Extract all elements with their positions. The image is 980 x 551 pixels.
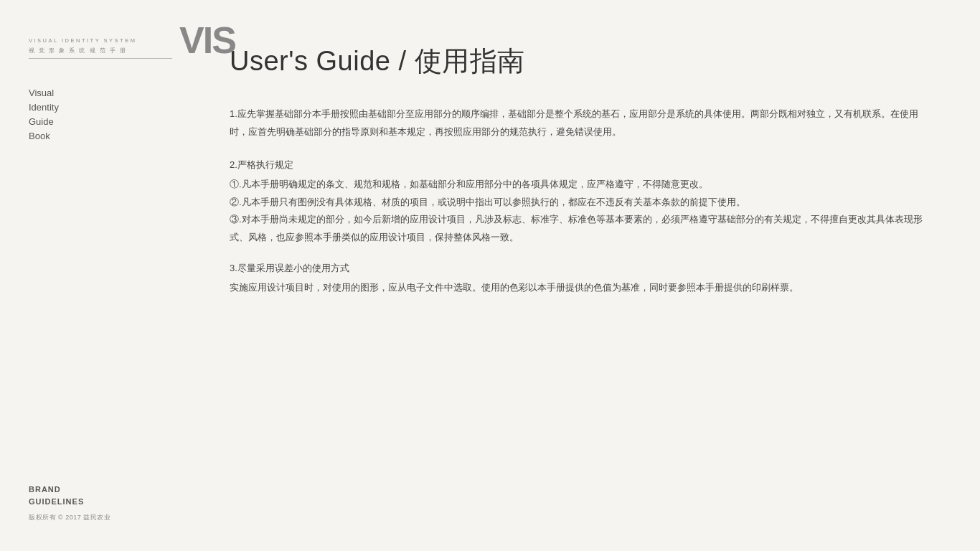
page-container: VISUAL IDENTITY SYSTEM 视 觉 形 象 系 统 规 范 手… [0, 0, 980, 551]
subtitle-cn: 视 觉 形 象 系 统 规 范 手 册 [29, 47, 172, 55]
brand-guidelines: BRAND GUIDELINES [29, 484, 151, 507]
header-row: VISUAL IDENTITY SYSTEM 视 觉 形 象 系 统 规 范 手… [29, 22, 151, 59]
paragraph-2: 2.严格执行规定 ①.凡本手册明确规定的条文、规范和规格，如基础部分和应用部分中… [230, 156, 923, 246]
header-divider [29, 58, 172, 59]
sidebar-nav-visual[interactable]: Visual [29, 86, 151, 100]
subtitle-en: VISUAL IDENTITY SYSTEM [29, 37, 172, 45]
sidebar-bottom: BRAND GUIDELINES 版权所有 © 2017 益民农业 [29, 484, 151, 522]
sidebar-top: VISUAL IDENTITY SYSTEM 视 觉 形 象 系 统 规 范 手… [29, 22, 151, 144]
paragraph-2-item-2: ②.凡本手册只有图例没有具体规格、材质的项目，或说明中指出可以参照执行的，都应在… [230, 194, 923, 212]
page-title: User's Guide / 使用指南 [230, 43, 923, 80]
sidebar-nav-identity[interactable]: Identity [29, 100, 151, 115]
sidebar-nav: Visual Identity Guide Book [29, 86, 151, 144]
content-body: 1.应先掌握基础部分本手册按照由基础部分至应用部分的顺序编排，基础部分是整个系统… [230, 105, 923, 296]
paragraph-3-text: 实施应用设计项目时，对使用的图形，应从电子文件中选取。使用的色彩以本手册提供的色… [230, 282, 798, 293]
paragraph-2-title: 2.严格执行规定 [230, 156, 923, 174]
paragraph-3: 3.尽量采用误差小的使用方式 实施应用设计项目时，对使用的图形，应从电子文件中选… [230, 260, 923, 296]
sidebar-nav-book[interactable]: Book [29, 129, 151, 143]
paragraph-1: 1.应先掌握基础部分本手册按照由基础部分至应用部分的顺序编排，基础部分是整个系统… [230, 105, 923, 141]
paragraph-3-title: 3.尽量采用误差小的使用方式 [230, 260, 923, 278]
main-content: User's Guide / 使用指南 1.应先掌握基础部分本手册按照由基础部分… [172, 0, 980, 551]
paragraph-2-item-3: ③.对本手册尚未规定的部分，如今后新增的应用设计项目，凡涉及标志、标准字、标准色… [230, 211, 923, 246]
sidebar-nav-guide[interactable]: Guide [29, 115, 151, 129]
vis-logo-text: VIS [179, 22, 235, 59]
copyright: 版权所有 © 2017 益民农业 [29, 513, 151, 522]
subtitle-block: VISUAL IDENTITY SYSTEM 视 觉 形 象 系 统 规 范 手… [29, 37, 172, 59]
header-logo-area: VISUAL IDENTITY SYSTEM 视 觉 形 象 系 统 规 范 手… [29, 22, 151, 59]
paragraph-2-item-1: ①.凡本手册明确规定的条文、规范和规格，如基础部分和应用部分中的各项具体规定，应… [230, 176, 923, 194]
paragraph-1-text: 1.应先掌握基础部分本手册按照由基础部分至应用部分的顺序编排，基础部分是整个系统… [230, 108, 918, 137]
sidebar: VISUAL IDENTITY SYSTEM 视 觉 形 象 系 统 规 范 手… [0, 0, 172, 551]
